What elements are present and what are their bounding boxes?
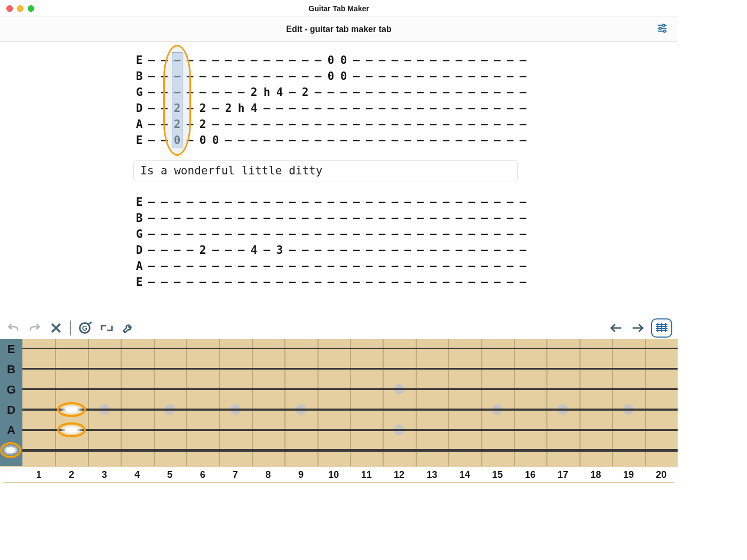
tab-cell[interactable]: — <box>145 226 158 242</box>
tab-cell[interactable]: — <box>312 226 324 242</box>
tab-cell[interactable]: — <box>235 258 248 274</box>
close-window-button[interactable] <box>6 5 13 12</box>
tab-cell[interactable]: — <box>363 242 376 258</box>
tab-cell[interactable]: — <box>452 52 465 68</box>
tab-block[interactable]: E——————————————————————————————B————————… <box>133 194 539 290</box>
tab-cell[interactable]: — <box>516 116 529 132</box>
tab-cell[interactable]: — <box>440 132 452 148</box>
tab-cell[interactable]: — <box>312 274 324 290</box>
tab-cell[interactable]: — <box>312 68 324 84</box>
tab-cell[interactable]: — <box>145 116 158 132</box>
tab-cell[interactable]: — <box>171 274 184 290</box>
tab-cell[interactable]: — <box>235 52 248 68</box>
tab-cell[interactable]: — <box>286 84 299 100</box>
tab-cell[interactable]: — <box>248 68 260 84</box>
tab-cell[interactable]: — <box>363 194 376 210</box>
tab-cell[interactable]: — <box>235 226 248 242</box>
tab-cell[interactable]: — <box>248 274 260 290</box>
tab-cell[interactable]: — <box>299 274 312 290</box>
tab-cell[interactable]: — <box>299 116 312 132</box>
tab-cell[interactable]: — <box>184 116 196 132</box>
tab-cell[interactable]: — <box>465 100 478 116</box>
tab-cell[interactable]: — <box>286 242 299 258</box>
tab-cell[interactable]: — <box>478 210 491 226</box>
tab-cell[interactable]: — <box>184 84 196 100</box>
tab-cell[interactable]: — <box>414 100 427 116</box>
tab-cell[interactable]: — <box>427 100 440 116</box>
tab-cell[interactable]: — <box>209 226 222 242</box>
tab-cell[interactable]: — <box>196 258 209 274</box>
tab-cell[interactable]: — <box>158 226 171 242</box>
tab-cell[interactable]: — <box>465 84 478 100</box>
tab-cell[interactable]: — <box>504 100 516 116</box>
tab-cell[interactable]: — <box>440 84 452 100</box>
tab-cell[interactable]: — <box>260 194 273 210</box>
tab-cell[interactable]: — <box>248 226 260 242</box>
settings-icon[interactable] <box>656 22 668 36</box>
tab-cell[interactable]: — <box>273 52 286 68</box>
tab-cell[interactable]: — <box>363 100 376 116</box>
tab-cell[interactable]: — <box>260 116 273 132</box>
tab-cell[interactable]: — <box>286 258 299 274</box>
tab-cell[interactable]: — <box>286 52 299 68</box>
tab-cell[interactable]: — <box>414 52 427 68</box>
tab-cell[interactable]: — <box>235 210 248 226</box>
tab-cell[interactable]: — <box>337 116 350 132</box>
tab-cell[interactable]: — <box>504 52 516 68</box>
tab-cell[interactable]: — <box>363 132 376 148</box>
tab-cell[interactable]: — <box>158 84 171 100</box>
tab-cell[interactable]: — <box>324 242 337 258</box>
minimize-window-button[interactable] <box>17 5 23 12</box>
next-column-button[interactable] <box>630 320 646 336</box>
tab-cell[interactable]: — <box>516 242 529 258</box>
tab-cell[interactable]: 0 <box>196 132 209 148</box>
tab-cell[interactable]: — <box>337 100 350 116</box>
tab-cell[interactable]: — <box>324 100 337 116</box>
tab-cell[interactable]: — <box>478 242 491 258</box>
chord-library-button[interactable]: G <box>77 320 93 336</box>
tab-cell[interactable]: — <box>478 52 491 68</box>
tab-cell[interactable]: — <box>299 52 312 68</box>
tab-cell[interactable]: — <box>286 210 299 226</box>
tab-cell[interactable]: — <box>427 52 440 68</box>
tab-cell[interactable]: — <box>171 242 184 258</box>
tab-cell[interactable]: — <box>350 274 363 290</box>
tab-cell[interactable]: — <box>363 68 376 84</box>
fretboard-string-line[interactable] <box>0 409 678 411</box>
tab-cell[interactable]: — <box>491 132 504 148</box>
tab-cell[interactable]: — <box>286 100 299 116</box>
tab-cell[interactable]: — <box>388 100 401 116</box>
tab-cell[interactable]: — <box>286 68 299 84</box>
tab-cell[interactable]: — <box>427 258 440 274</box>
tab-string-row[interactable]: A——2—2————————————————————————— <box>133 116 539 132</box>
tab-cell[interactable]: — <box>171 258 184 274</box>
tab-cell[interactable]: — <box>324 194 337 210</box>
fretboard-string-line[interactable] <box>0 368 678 370</box>
tab-cell[interactable]: — <box>235 242 248 258</box>
tab-cell[interactable]: — <box>440 116 452 132</box>
tab-cell[interactable]: — <box>363 84 376 100</box>
tab-string-row[interactable]: G————————2h4—2————————————————— <box>133 84 539 100</box>
tab-cell[interactable]: — <box>350 116 363 132</box>
tab-cell[interactable]: — <box>350 52 363 68</box>
tab-cell[interactable]: — <box>478 258 491 274</box>
tab-editor[interactable]: E——————————————00——————————————B————————… <box>0 42 678 290</box>
tab-string-row[interactable]: E—————————————————————————————— <box>133 274 539 290</box>
tab-cell[interactable]: — <box>286 274 299 290</box>
tab-cell[interactable]: — <box>401 210 414 226</box>
delete-button[interactable] <box>48 320 64 336</box>
tab-cell[interactable]: — <box>376 100 388 116</box>
tab-cell[interactable]: — <box>401 258 414 274</box>
tab-cell[interactable]: — <box>440 194 452 210</box>
tab-cell[interactable]: — <box>235 68 248 84</box>
tab-cell[interactable]: — <box>312 194 324 210</box>
tab-cell[interactable]: — <box>145 210 158 226</box>
tab-cell[interactable]: — <box>414 68 427 84</box>
tab-cell[interactable]: — <box>388 132 401 148</box>
tab-cell[interactable]: — <box>209 210 222 226</box>
tab-cell[interactable]: — <box>376 84 388 100</box>
tab-cell[interactable]: — <box>465 258 478 274</box>
tab-cell[interactable]: — <box>363 274 376 290</box>
tab-cell[interactable]: — <box>273 68 286 84</box>
tab-cell[interactable]: — <box>299 226 312 242</box>
